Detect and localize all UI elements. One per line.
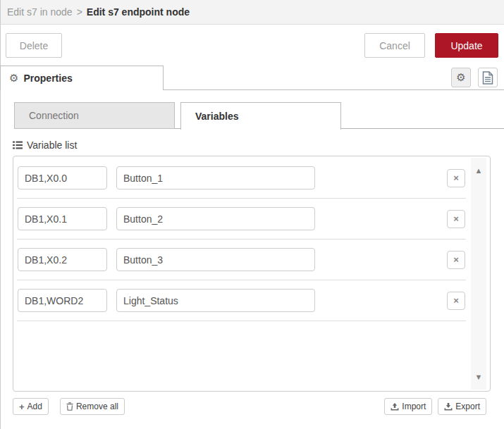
variable-row: × (17, 158, 466, 199)
breadcrumb-separator: > (77, 6, 82, 18)
properties-tab-label: Properties (23, 73, 72, 84)
delete-button[interactable]: Delete (6, 33, 62, 58)
export-button[interactable]: Export (438, 398, 486, 415)
download-icon (444, 403, 453, 411)
variable-name-input[interactable] (116, 248, 315, 271)
breadcrumb: Edit s7 in node > Edit s7 endpoint node (0, 0, 504, 25)
plus-icon: + (19, 402, 25, 412)
node-description-button[interactable] (478, 68, 498, 87)
cancel-button[interactable]: Cancel (364, 33, 425, 58)
variable-name-input[interactable] (116, 289, 315, 312)
gear-icon: ⚙ (456, 71, 465, 84)
row-delete-button[interactable]: × (447, 210, 465, 228)
document-icon (482, 71, 493, 85)
action-bar: Delete Cancel Update (0, 25, 504, 66)
variable-address-input[interactable] (18, 289, 107, 312)
import-button[interactable]: Import (384, 398, 432, 415)
row-delete-button[interactable]: × (447, 169, 465, 187)
import-button-label: Import (402, 402, 426, 411)
remove-all-button[interactable]: Remove all (60, 398, 125, 415)
gear-icon: ⚙ (9, 72, 18, 85)
tab-variables-label: Variables (195, 111, 239, 122)
variable-tab-bar: Connection Variables (14, 102, 504, 129)
update-button[interactable]: Update (435, 33, 498, 58)
list-icon (13, 141, 23, 149)
row-delete-button[interactable]: × (447, 292, 465, 310)
upload-icon (391, 403, 399, 411)
variable-list-heading: Variable list (13, 139, 504, 151)
footer-right-group: Import Export (384, 398, 486, 415)
variable-name-input[interactable] (116, 207, 315, 230)
variable-rows: × × × × (13, 158, 469, 390)
variable-list-box: × × × × ▲ ▼ (13, 156, 491, 392)
tab-connection[interactable]: Connection (14, 102, 175, 129)
remove-all-button-label: Remove all (76, 402, 118, 411)
trash-icon (66, 402, 73, 411)
tab-variables[interactable]: Variables (180, 102, 341, 130)
breadcrumb-current: Edit s7 endpoint node (87, 6, 190, 18)
properties-tab-bar: ⚙ Properties ⚙ (0, 66, 504, 90)
tab-properties[interactable]: ⚙ Properties (0, 66, 164, 90)
export-button-label: Export (455, 402, 480, 411)
list-footer: + Add Remove all Import (13, 398, 486, 415)
tab-connection-label: Connection (29, 110, 79, 121)
row-delete-button[interactable]: × (447, 251, 465, 269)
add-button-label: Add (27, 402, 42, 411)
variable-row: × (17, 240, 466, 280)
variable-row: × (17, 199, 466, 240)
variable-list-label: Variable list (27, 139, 77, 151)
breadcrumb-parent[interactable]: Edit s7 in node (7, 6, 73, 18)
variable-address-input[interactable] (18, 248, 107, 271)
scrollbar[interactable]: ▲ ▼ (471, 158, 486, 390)
scroll-up-icon[interactable]: ▲ (471, 164, 486, 177)
variable-address-input[interactable] (18, 207, 107, 230)
variable-address-input[interactable] (18, 166, 107, 189)
variable-row: × (17, 280, 466, 321)
add-button[interactable]: + Add (13, 398, 49, 415)
node-settings-button[interactable]: ⚙ (451, 68, 471, 87)
scroll-down-icon[interactable]: ▼ (471, 371, 486, 383)
footer-left-group: + Add Remove all (13, 398, 125, 415)
variable-name-input[interactable] (116, 166, 315, 189)
